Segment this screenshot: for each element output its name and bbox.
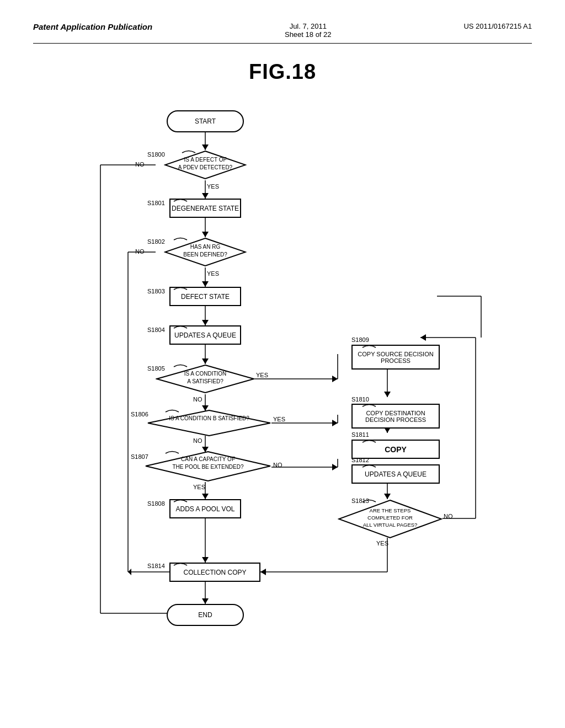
svg-text:COMPLETED FOR: COMPLETED FOR bbox=[367, 515, 413, 521]
s1807-diamond-wrapper: CAN A CAPACITY OF THE POOL BE EXTENDED? bbox=[145, 451, 271, 482]
s1809-node: COPY SOURCE DECISION PROCESS bbox=[351, 345, 440, 370]
s1814-text: COLLECTION COPY bbox=[183, 569, 246, 576]
svg-marker-48 bbox=[332, 420, 338, 426]
svg-text:ARE THE STEPS: ARE THE STEPS bbox=[370, 507, 411, 513]
s1806-label: S1806 bbox=[131, 411, 148, 417]
svg-marker-50 bbox=[260, 569, 266, 575]
s1809-label: S1809 bbox=[351, 336, 369, 343]
sheet-info: Sheet 18 of 22 bbox=[285, 30, 332, 39]
svg-text:A PDEV DETECTED?: A PDEV DETECTED? bbox=[178, 164, 233, 170]
flowchart-diagram: START S1800 IS A DEFECT OF A PDEV DETECT… bbox=[45, 100, 520, 679]
s1810-text: COPY DESTINATION DECISION PROCESS bbox=[353, 410, 439, 423]
patent-number: US 2011/0167215 A1 bbox=[463, 22, 532, 30]
s1802-label: S1802 bbox=[147, 238, 165, 245]
svg-text:IS A DEFECT OF: IS A DEFECT OF bbox=[184, 157, 226, 163]
s1809-text: COPY SOURCE DECISION PROCESS bbox=[353, 351, 439, 364]
s1802-diamond-wrapper: HAS AN RG BEEN DEFINED? bbox=[164, 237, 247, 267]
s1814-label: S1814 bbox=[147, 563, 165, 569]
s1812-node: UPDATES A QUEUE bbox=[351, 464, 440, 484]
s1806-no: NO bbox=[193, 437, 202, 444]
svg-marker-49 bbox=[332, 464, 338, 470]
s1805-diamond-wrapper: IS A CONDITION A SATISFIED? bbox=[156, 364, 255, 394]
svg-marker-33 bbox=[202, 193, 209, 199]
svg-marker-63 bbox=[148, 410, 270, 436]
publication-title: Patent Application Publication bbox=[33, 22, 152, 31]
svg-marker-32 bbox=[202, 144, 209, 150]
publication-date: Jul. 7, 2011 bbox=[290, 22, 327, 30]
svg-text:IS A CONDITION B SATISFIED?: IS A CONDITION B SATISFIED? bbox=[169, 415, 249, 421]
svg-marker-40 bbox=[202, 494, 209, 499]
svg-text:IS A CONDITION: IS A CONDITION bbox=[184, 371, 227, 377]
s1800-diamond-wrapper: IS A DEFECT OF A PDEV DETECTED? bbox=[164, 150, 247, 180]
svg-marker-41 bbox=[202, 557, 209, 563]
s1808-node: ADDS A POOL VOL bbox=[169, 499, 241, 518]
s1810-label: S1810 bbox=[351, 396, 369, 403]
s1804-node: UPDATES A QUEUE bbox=[169, 325, 241, 345]
page: Patent Application Publication Jul. 7, 2… bbox=[0, 0, 565, 728]
s1806-diamond-wrapper: IS A CONDITION B SATISFIED? bbox=[147, 409, 271, 437]
svg-marker-43 bbox=[384, 392, 391, 397]
s1807-no: NO bbox=[273, 462, 282, 468]
s1808-label: S1808 bbox=[147, 500, 165, 507]
s1811-label: S1811 bbox=[351, 431, 369, 438]
s1801-node: DEGENERATE STATE bbox=[169, 199, 241, 218]
s1811-node: COPY bbox=[351, 440, 440, 459]
svg-text:A SATISFIED?: A SATISFIED? bbox=[187, 378, 223, 384]
start-node: START bbox=[167, 110, 244, 132]
s1806-yes: YES bbox=[273, 416, 285, 422]
s1814-node: COLLECTION COPY bbox=[169, 563, 260, 582]
s1803-label: S1803 bbox=[147, 288, 165, 295]
svg-marker-46 bbox=[384, 494, 391, 499]
start-label: START bbox=[195, 117, 216, 125]
svg-marker-53 bbox=[420, 334, 426, 341]
s1810-node: COPY DESTINATION DECISION PROCESS bbox=[351, 404, 440, 429]
svg-marker-34 bbox=[202, 232, 209, 237]
svg-text:CAN A CAPACITY OF: CAN A CAPACITY OF bbox=[181, 456, 235, 462]
s1813-yes: YES bbox=[376, 540, 388, 547]
s1803-node: DEFECT STATE bbox=[169, 287, 241, 306]
page-header: Patent Application Publication Jul. 7, 2… bbox=[33, 22, 532, 44]
s1813-no: NO bbox=[444, 513, 453, 520]
s1805-yes: YES bbox=[256, 372, 268, 378]
svg-text:HAS AN RG: HAS AN RG bbox=[190, 244, 221, 250]
end-label: END bbox=[198, 611, 212, 619]
svg-marker-47 bbox=[332, 376, 338, 382]
s1800-label: S1800 bbox=[147, 151, 165, 158]
s1813-diamond-wrapper: ARE THE STEPS COMPLETED FOR ALL VIRTUAL … bbox=[338, 499, 443, 539]
svg-text:ALL VIRTUAL PAGES?: ALL VIRTUAL PAGES? bbox=[363, 522, 418, 528]
s1811-text: COPY bbox=[385, 445, 407, 454]
header-center: Jul. 7, 2011 Sheet 18 of 22 bbox=[285, 22, 332, 39]
svg-text:BEEN DEFINED?: BEEN DEFINED? bbox=[183, 251, 227, 258]
s1801-text: DEGENERATE STATE bbox=[172, 205, 239, 212]
s1812-label: S1812 bbox=[351, 457, 369, 463]
s1808-text: ADDS A POOL VOL bbox=[176, 505, 235, 513]
svg-marker-36 bbox=[202, 320, 209, 325]
svg-marker-35 bbox=[202, 281, 209, 287]
s1802-yes: YES bbox=[207, 270, 219, 277]
end-node: END bbox=[167, 604, 244, 626]
figure-title: FIG.18 bbox=[33, 60, 532, 84]
flowchart-svg bbox=[45, 100, 520, 679]
s1805-no: NO bbox=[193, 396, 202, 403]
s1812-text: UPDATES A QUEUE bbox=[365, 470, 427, 478]
svg-text:THE POOL BE EXTENDED?: THE POOL BE EXTENDED? bbox=[172, 464, 244, 470]
svg-marker-37 bbox=[202, 358, 209, 364]
svg-marker-51 bbox=[128, 569, 131, 575]
s1801-label: S1801 bbox=[147, 200, 165, 206]
s1803-text: DEFECT STATE bbox=[181, 293, 230, 301]
svg-marker-42 bbox=[202, 598, 209, 604]
s1804-label: S1804 bbox=[147, 326, 165, 333]
s1804-text: UPDATES A QUEUE bbox=[174, 331, 236, 339]
s1807-yes: YES bbox=[193, 484, 205, 490]
s1802-no: NO bbox=[135, 248, 145, 255]
s1800-no: NO bbox=[135, 161, 145, 168]
s1800-yes: YES bbox=[207, 183, 219, 190]
